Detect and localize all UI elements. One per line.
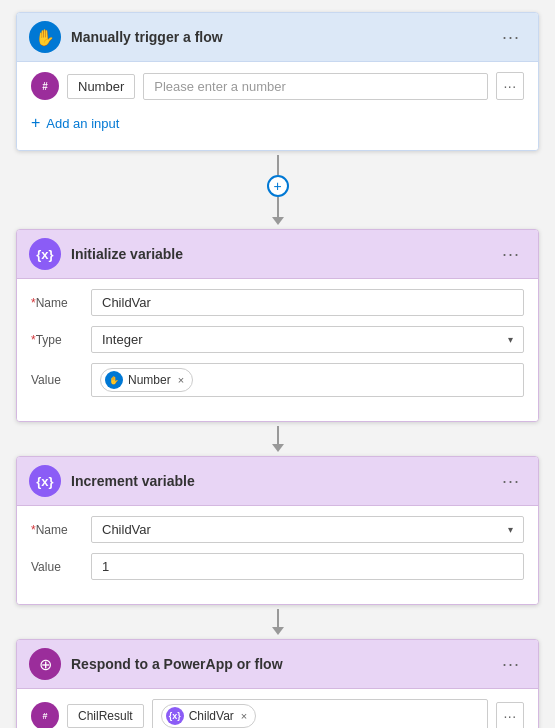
increment-name-chevron: ▾ <box>508 524 513 535</box>
add-input-label: Add an input <box>46 116 119 131</box>
respond-output-value-field[interactable]: {x} ChildVar × <box>152 699 488 728</box>
init-var-value-field[interactable]: ✋ Number × <box>91 363 524 397</box>
increment-name-select[interactable]: ChildVar ▾ <box>91 516 524 543</box>
init-var-title: Initialize variable <box>71 246 486 262</box>
init-var-type-chevron: ▾ <box>508 334 513 345</box>
increment-name-label: *Name <box>31 523 91 537</box>
trigger-placeholder-input[interactable]: Please enter a number <box>143 73 488 100</box>
increment-var-header: {x} Increment variable ··· <box>17 457 538 506</box>
init-var-card: {x} Initialize variable ··· *Name *Type … <box>16 229 539 422</box>
increment-var-body: *Name ChildVar ▾ Value <box>17 506 538 604</box>
init-var-menu-dots[interactable]: ··· <box>496 242 526 267</box>
increment-var-title: Increment variable <box>71 473 486 489</box>
increment-value-row: Value <box>31 553 524 580</box>
trigger-card-body: # Number Please enter a number ··· + Add… <box>17 62 538 150</box>
childvar-token-label: ChildVar <box>189 709 234 723</box>
increment-name-row: *Name ChildVar ▾ <box>31 516 524 543</box>
respond-output-row: # ChilResult {x} ChildVar × ··· <box>31 699 524 728</box>
increment-var-menu-dots[interactable]: ··· <box>496 469 526 494</box>
init-var-value-label: Value <box>31 373 91 387</box>
connector-with-plus: + <box>267 151 289 229</box>
add-step-button[interactable]: + <box>267 175 289 197</box>
connector-line-top <box>277 155 279 175</box>
childvar-token-icon: {x} <box>166 707 184 725</box>
init-var-name-row: *Name <box>31 289 524 316</box>
simple-line-1 <box>277 426 279 444</box>
increment-value-label: Value <box>31 560 91 574</box>
connector-line-bottom <box>277 197 279 217</box>
childvar-token: {x} ChildVar × <box>161 704 257 728</box>
increment-var-card: {x} Increment variable ··· *Name ChildVa… <box>16 456 539 605</box>
increment-var-icon: {x} <box>29 465 61 497</box>
add-input-link[interactable]: + Add an input <box>31 110 524 136</box>
number-token: ✋ Number × <box>100 368 193 392</box>
init-var-value-row: Value ✋ Number × <box>31 363 524 397</box>
init-var-type-label: *Type <box>31 333 91 347</box>
number-type-icon: # <box>31 72 59 100</box>
number-token-icon: ✋ <box>105 371 123 389</box>
init-var-type-select[interactable]: Integer ▾ <box>91 326 524 353</box>
init-var-type-value: Integer <box>102 332 142 347</box>
simple-arrow-2 <box>272 627 284 635</box>
add-input-plus-icon: + <box>31 114 40 132</box>
trigger-card-title: Manually trigger a flow <box>71 29 486 45</box>
trigger-menu-dots[interactable]: ··· <box>496 25 526 50</box>
respond-icon: ⊕ <box>29 648 61 680</box>
respond-card-header: ⊕ Respond to a PowerApp or flow ··· <box>17 640 538 689</box>
respond-menu-dots[interactable]: ··· <box>496 652 526 677</box>
number-label-pill: Number <box>67 74 135 99</box>
respond-output-label: ChilResult <box>67 704 144 728</box>
init-var-body: *Name *Type Integer ▾ Value ✋ <box>17 279 538 421</box>
init-var-icon: {x} <box>29 238 61 270</box>
init-var-header: {x} Initialize variable ··· <box>17 230 538 279</box>
connector-arrow <box>272 217 284 225</box>
connector-simple-2 <box>272 605 284 639</box>
respond-output-type-icon: # <box>31 702 59 728</box>
trigger-icon: ✋ <box>29 21 61 53</box>
increment-name-value: ChildVar <box>102 522 151 537</box>
trigger-input-row: # Number Please enter a number ··· <box>31 72 524 100</box>
init-var-name-label: *Name <box>31 296 91 310</box>
trigger-ellipsis-btn[interactable]: ··· <box>496 72 524 100</box>
simple-arrow-1 <box>272 444 284 452</box>
number-token-close[interactable]: × <box>178 374 184 386</box>
connector-simple-1 <box>272 422 284 456</box>
childvar-token-close[interactable]: × <box>241 710 247 722</box>
respond-card-title: Respond to a PowerApp or flow <box>71 656 486 672</box>
init-var-type-row: *Type Integer ▾ <box>31 326 524 353</box>
trigger-card-header: ✋ Manually trigger a flow ··· <box>17 13 538 62</box>
trigger-card: ✋ Manually trigger a flow ··· # Number P… <box>16 12 539 151</box>
number-token-label: Number <box>128 373 171 387</box>
respond-card: ⊕ Respond to a PowerApp or flow ··· # Ch… <box>16 639 539 728</box>
respond-ellipsis-btn[interactable]: ··· <box>496 702 524 728</box>
init-var-name-input[interactable] <box>91 289 524 316</box>
simple-line-2 <box>277 609 279 627</box>
increment-value-input[interactable] <box>91 553 524 580</box>
respond-card-body: # ChilResult {x} ChildVar × ··· + Add an… <box>17 689 538 728</box>
